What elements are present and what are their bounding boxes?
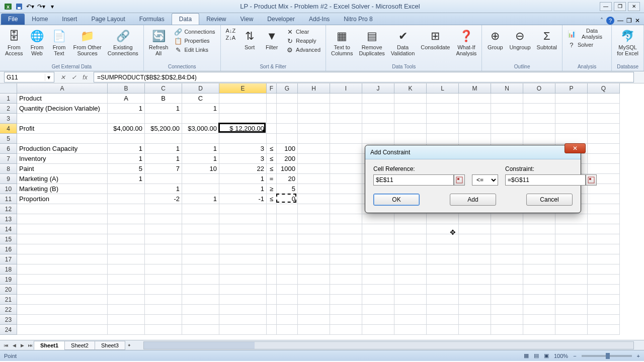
cell[interactable] <box>459 275 491 285</box>
row-header[interactable]: 11 <box>0 194 17 204</box>
cell[interactable] <box>267 244 277 254</box>
refresh-all-button[interactable]: 🔄Refresh All <box>147 27 171 57</box>
cell[interactable] <box>145 134 182 144</box>
cell[interactable] <box>298 194 330 204</box>
data-analysis-button[interactable]: 📊Data Analysis <box>566 27 608 40</box>
cell[interactable] <box>108 214 145 224</box>
cell[interactable] <box>277 295 298 305</box>
qat-dropdown-icon[interactable]: ▾ <box>47 2 57 12</box>
subtotal-button[interactable]: ΣSubtotal <box>535 27 559 51</box>
cell[interactable] <box>491 94 523 104</box>
cell[interactable] <box>362 104 394 114</box>
cell[interactable]: Production Capacity <box>17 144 108 154</box>
cell[interactable] <box>459 124 491 134</box>
cell[interactable] <box>277 124 298 134</box>
cell[interactable] <box>108 305 145 315</box>
cell[interactable] <box>362 305 394 315</box>
add-button[interactable]: Add <box>450 194 496 206</box>
cell[interactable] <box>108 325 145 335</box>
cell[interactable] <box>394 244 427 254</box>
cell[interactable] <box>108 234 145 244</box>
cell[interactable] <box>298 94 330 104</box>
cell[interactable] <box>17 285 108 295</box>
cell[interactable] <box>394 275 427 285</box>
cell[interactable] <box>459 254 491 264</box>
redo-icon[interactable]: ↷▾ <box>36 2 46 12</box>
cell[interactable] <box>267 204 277 214</box>
cell[interactable] <box>588 275 620 285</box>
cell[interactable] <box>330 295 362 305</box>
cell[interactable] <box>427 234 459 244</box>
cell[interactable] <box>427 134 459 144</box>
cell[interactable] <box>277 254 298 264</box>
cell[interactable] <box>459 315 491 325</box>
cell[interactable] <box>588 285 620 295</box>
cell[interactable] <box>267 214 277 224</box>
mysql-button[interactable]: 🐬MySQL for Excel <box>615 27 640 57</box>
tab-formulas[interactable]: Formulas <box>132 14 172 25</box>
cell[interactable] <box>427 315 459 325</box>
cell[interactable] <box>17 244 108 254</box>
consolidate-button[interactable]: ⊞Consolidate <box>419 27 452 51</box>
sheet-tab-2[interactable]: Sheet2 <box>64 341 95 350</box>
from-text-button[interactable]: 📄From Text <box>49 27 69 57</box>
view-layout-icon[interactable]: ▤ <box>534 352 539 359</box>
cell[interactable] <box>555 254 588 264</box>
cell[interactable]: $4,000.00 <box>108 124 145 134</box>
cell[interactable] <box>267 134 277 144</box>
cell[interactable] <box>491 254 523 264</box>
row-header[interactable]: 15 <box>0 234 17 244</box>
cell[interactable] <box>145 305 182 315</box>
cell[interactable]: B <box>145 94 182 104</box>
cell[interactable] <box>394 224 427 234</box>
group-button[interactable]: ⊕Group <box>485 27 505 51</box>
cell[interactable] <box>491 285 523 295</box>
cell[interactable] <box>523 275 555 285</box>
cell[interactable] <box>394 295 427 305</box>
row-header[interactable]: 9 <box>0 174 17 184</box>
dialog-close-button[interactable]: ✕ <box>565 143 586 153</box>
cell[interactable] <box>362 285 394 295</box>
cell[interactable] <box>145 264 182 275</box>
cell[interactable] <box>182 204 219 214</box>
column-header[interactable]: Q <box>588 83 620 94</box>
cell[interactable] <box>277 275 298 285</box>
cell[interactable] <box>219 244 267 254</box>
cell[interactable] <box>298 244 330 254</box>
cell[interactable] <box>277 305 298 315</box>
cell[interactable] <box>108 204 145 214</box>
cell[interactable]: 1 <box>108 144 145 154</box>
reapply-button[interactable]: ↻Reapply <box>284 36 323 45</box>
cell[interactable] <box>182 325 219 335</box>
cell[interactable] <box>555 224 588 234</box>
cell[interactable] <box>145 254 182 264</box>
cell[interactable] <box>588 144 620 154</box>
cell[interactable] <box>298 264 330 275</box>
cell[interactable] <box>362 214 394 224</box>
cell[interactable]: Product <box>17 94 108 104</box>
cell[interactable] <box>182 275 219 285</box>
save-icon[interactable] <box>14 2 24 12</box>
cell[interactable] <box>108 244 145 254</box>
column-header[interactable]: F <box>267 83 277 94</box>
cell[interactable] <box>182 174 219 184</box>
cell[interactable] <box>459 325 491 335</box>
cell[interactable] <box>145 204 182 214</box>
cell[interactable] <box>219 325 267 335</box>
cell[interactable]: 1 <box>108 174 145 184</box>
cell[interactable]: ≤ <box>267 194 277 204</box>
cell[interactable]: 10 <box>182 164 219 174</box>
column-header[interactable]: M <box>459 83 491 94</box>
cell[interactable] <box>330 214 362 224</box>
constraint-picker-icon[interactable] <box>586 174 597 186</box>
cell[interactable] <box>427 325 459 335</box>
cell[interactable] <box>298 134 330 144</box>
fx-icon[interactable]: fx <box>80 73 90 82</box>
cell[interactable] <box>555 295 588 305</box>
connections-button[interactable]: 🔗Connections <box>172 27 217 36</box>
column-header[interactable]: O <box>523 83 555 94</box>
cell[interactable] <box>182 264 219 275</box>
cell[interactable] <box>267 305 277 315</box>
select-all-corner[interactable] <box>0 83 17 94</box>
cell[interactable] <box>427 94 459 104</box>
